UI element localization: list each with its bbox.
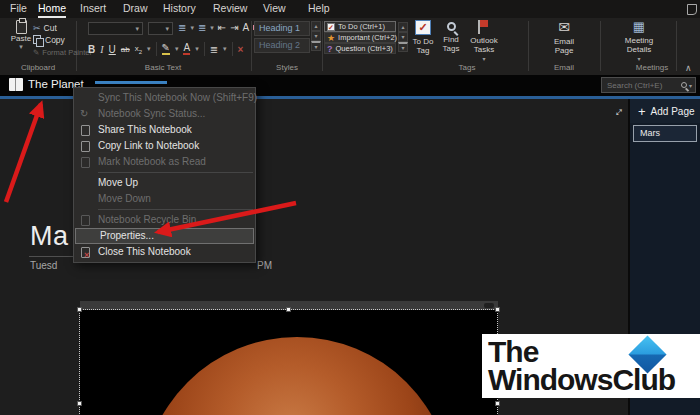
gallery-more-icon[interactable]: ▾ [311, 41, 321, 51]
divider [232, 42, 233, 56]
menu-item-mark-read: Mark Notebook as Read [74, 154, 255, 170]
page-time-fragment: PM [257, 260, 272, 271]
menu-item-move-up[interactable]: Move Up [74, 175, 255, 191]
highlight-button[interactable]: ✎ [162, 43, 170, 55]
tab-history[interactable]: History [163, 0, 196, 18]
find-tags-button[interactable]: Find Tags [438, 20, 464, 53]
resize-handle-top-right[interactable] [495, 307, 500, 312]
sync-icon: ↻ [80, 106, 88, 122]
menu-item-sync-now: Sync This Notebook Now (Shift+F9) [74, 90, 255, 106]
page-list-item-mars[interactable]: Mars [633, 125, 697, 142]
menu-item-properties[interactable]: Properties... [75, 228, 254, 244]
gallery-up-icon[interactable]: ▴ [398, 22, 408, 32]
notebook-icon [9, 78, 23, 91]
menu-item-move-down: Move Down [74, 191, 255, 207]
quick-note-icon[interactable] [687, 4, 697, 15]
search-scope-dropdown-icon[interactable]: ▾ [689, 82, 692, 89]
mars-image[interactable] [80, 310, 498, 415]
dropdown-arrow-icon[interactable]: ▾ [147, 45, 151, 53]
tag-todo[interactable]: ✓ To Do (Ctrl+1) [324, 21, 396, 32]
container-grip-icon[interactable] [484, 303, 494, 308]
gallery-up-icon[interactable]: ▴ [311, 21, 321, 31]
add-page-button[interactable]: + Add Page [630, 99, 700, 123]
dropdown-arrow-icon: ▾ [165, 25, 169, 33]
outlook-tasks-button[interactable]: Outlook Tasks ▾ [466, 20, 502, 63]
tag-important[interactable]: ★ Important (Ctrl+2) [324, 32, 396, 43]
email-page-button[interactable]: ✉ Email Page [544, 20, 584, 55]
menu-item-close-notebook[interactable]: × Close This Notebook [74, 244, 255, 260]
divider [204, 42, 205, 56]
notebook-dropdown-indicator [95, 81, 167, 84]
paste-button[interactable]: Paste ▾ [8, 20, 34, 51]
paragraph-alignment-button[interactable]: ≣ [210, 44, 218, 55]
meeting-details-button[interactable]: ▦ Meeting Details ▾ [614, 20, 664, 63]
style-heading1[interactable]: Heading 1 [254, 21, 310, 36]
notebook-context-menu: Sync This Notebook Now (Shift+F9) ↻ Note… [73, 87, 256, 263]
subscript-button[interactable]: x2 [135, 44, 142, 55]
collapse-ribbon-icon[interactable]: ∧ [685, 63, 692, 73]
format-painter-button: ✎ Format Painter [33, 48, 92, 57]
resize-handle-mid-right[interactable] [495, 401, 500, 406]
menu-item-share-notebook[interactable]: Share This Notebook [74, 122, 255, 138]
tab-insert[interactable]: Insert [80, 0, 106, 18]
mark-read-icon [81, 157, 90, 168]
strikethrough-button[interactable]: ab [121, 45, 130, 54]
gallery-down-icon[interactable]: ▾ [311, 31, 321, 41]
underline-button[interactable]: U [109, 44, 116, 55]
search-icon[interactable] [681, 82, 687, 88]
gallery-more-icon[interactable]: ▾ [398, 42, 408, 52]
font-size-dropdown[interactable]: ▾ [148, 22, 173, 35]
dropdown-arrow-icon[interactable]: ▾ [223, 45, 227, 53]
gallery-down-icon[interactable]: ▾ [398, 32, 408, 42]
format-painter-icon: ✎ [33, 48, 39, 57]
font-name-dropdown[interactable]: ▾ [88, 22, 143, 35]
dropdown-arrow-icon[interactable]: ▾ [195, 45, 199, 53]
resize-handle-top-left[interactable] [77, 307, 82, 312]
numbered-list-button[interactable]: ≣ [198, 22, 206, 33]
decrease-indent-button[interactable]: ⇤ [218, 22, 226, 33]
cut-button[interactable]: ✂ Cut [33, 23, 57, 33]
onenote-window: File Home Insert Draw History Review Vie… [0, 0, 700, 415]
search-box[interactable]: ▾ [601, 77, 696, 93]
tab-home[interactable]: Home [38, 0, 66, 18]
resize-handle-mid-left[interactable] [77, 401, 82, 406]
close-x-icon: × [84, 247, 89, 263]
menu-item-copy-link[interactable]: Copy Link to Notebook [74, 138, 255, 154]
increase-indent-button[interactable]: ⇥ [230, 22, 238, 33]
styles-gallery-stepper[interactable]: ▴ ▾ ▾ [311, 21, 321, 51]
italic-button[interactable]: I [100, 44, 103, 55]
title-underline [29, 256, 73, 257]
bold-button[interactable]: B [88, 44, 95, 55]
resize-handle-top-center[interactable] [286, 307, 291, 312]
copy-icon [33, 35, 42, 45]
recycle-bin-icon [81, 215, 90, 226]
dropdown-arrow-icon[interactable]: ▾ [190, 24, 194, 32]
page-title[interactable]: Ma [30, 221, 69, 252]
tags-gallery-stepper[interactable]: ▴ ▾ ▾ [398, 22, 408, 52]
divider [156, 42, 157, 56]
thewindowsclub-logo: The WindowsClub [482, 334, 700, 398]
tab-file[interactable]: File [10, 0, 27, 18]
dropdown-arrow-icon[interactable]: ▾ [175, 45, 179, 53]
todo-tag-button[interactable]: ✓ To Do Tag [410, 20, 436, 55]
search-input[interactable] [602, 81, 681, 90]
tab-review[interactable]: Review [213, 0, 247, 18]
dropdown-arrow-icon[interactable]: ▾ [210, 24, 214, 32]
email-group-label: Email [524, 63, 604, 72]
tag-question[interactable]: ? Question (Ctrl+3) [324, 43, 396, 54]
font-color-button[interactable]: A [183, 43, 190, 55]
todo-checkbox-icon: ✓ [327, 23, 335, 31]
dropdown-arrow-icon: ▾ [19, 43, 23, 51]
share-icon [81, 125, 90, 136]
logo-line1: The [488, 338, 538, 366]
delete-button[interactable]: × [238, 44, 244, 55]
plus-icon: + [638, 104, 646, 119]
calendar-icon: ▦ [633, 20, 645, 34]
clear-formatting-button[interactable]: A [243, 22, 250, 33]
copy-button[interactable]: Copy [33, 35, 65, 45]
style-heading2[interactable]: Heading 2 [254, 38, 310, 53]
bullet-list-button[interactable]: ≣ [178, 22, 186, 33]
tab-help[interactable]: Help [308, 0, 330, 18]
tab-draw[interactable]: Draw [123, 0, 148, 18]
tab-view[interactable]: View [263, 0, 286, 18]
